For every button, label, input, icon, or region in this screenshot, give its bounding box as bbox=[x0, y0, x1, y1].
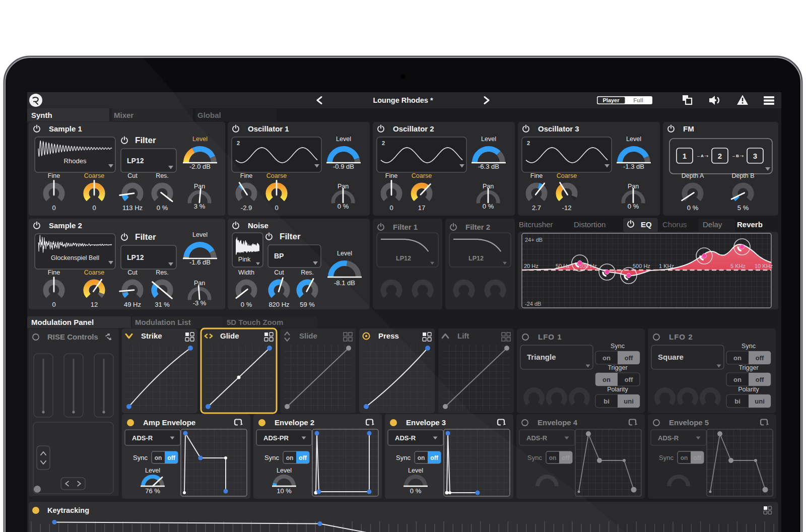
svg-text:LP12: LP12 bbox=[396, 255, 411, 262]
svg-text:–: – bbox=[697, 154, 700, 159]
svg-text:Level: Level bbox=[481, 136, 496, 143]
svg-text:Envelope 4: Envelope 4 bbox=[538, 418, 578, 427]
svg-text:2: 2 bbox=[527, 140, 530, 146]
svg-text:0 %: 0 % bbox=[338, 203, 349, 210]
svg-text:Sync: Sync bbox=[611, 343, 625, 350]
svg-text:3: 3 bbox=[753, 152, 757, 160]
svg-text:ADS-R: ADS-R bbox=[526, 434, 548, 442]
svg-text:Oscillator 2: Oscillator 2 bbox=[393, 124, 434, 133]
svg-text:Fine: Fine bbox=[530, 172, 543, 179]
svg-text:-1.3 dB: -1.3 dB bbox=[623, 163, 644, 170]
svg-text:Filter 1: Filter 1 bbox=[393, 223, 418, 231]
svg-text:Coarse: Coarse bbox=[412, 172, 432, 179]
svg-text:Sync: Sync bbox=[659, 454, 674, 461]
svg-text:Level: Level bbox=[336, 136, 351, 143]
svg-text:5 KHz: 5 KHz bbox=[730, 263, 746, 269]
svg-text:on: on bbox=[602, 376, 611, 383]
svg-text:Delay: Delay bbox=[703, 220, 722, 229]
svg-text:on: on bbox=[681, 454, 688, 461]
svg-text:-0.9 dB: -0.9 dB bbox=[333, 163, 354, 170]
svg-text:Trigger: Trigger bbox=[608, 364, 627, 371]
svg-text:0 %: 0 % bbox=[687, 204, 699, 212]
svg-text:Lift: Lift bbox=[457, 331, 469, 340]
svg-text:Oscillator 1: Oscillator 1 bbox=[248, 124, 289, 133]
svg-text:–: – bbox=[732, 154, 735, 159]
svg-text:LP12: LP12 bbox=[468, 255, 484, 262]
svg-text:off: off bbox=[756, 376, 764, 383]
svg-text:Level: Level bbox=[626, 136, 641, 143]
svg-text:LFO 2: LFO 2 bbox=[669, 332, 693, 341]
svg-text:-24 dB: -24 dB bbox=[525, 301, 541, 307]
svg-text:50 Hz: 50 Hz bbox=[556, 263, 570, 269]
svg-text:Fine: Fine bbox=[385, 172, 397, 179]
svg-text:2: 2 bbox=[718, 152, 722, 160]
svg-text:10 KHz: 10 KHz bbox=[755, 263, 773, 269]
svg-text:Full: Full bbox=[633, 97, 643, 103]
svg-text:0 %: 0 % bbox=[483, 203, 494, 210]
svg-text:20 Hz: 20 Hz bbox=[524, 263, 539, 269]
svg-text:off: off bbox=[625, 376, 633, 383]
svg-text:uni: uni bbox=[624, 397, 634, 405]
svg-text:0 %: 0 % bbox=[628, 203, 639, 210]
svg-text:on: on bbox=[733, 376, 742, 383]
svg-text:➝: ➝ bbox=[740, 153, 744, 159]
svg-text:on: on bbox=[733, 354, 742, 362]
svg-text:B: B bbox=[736, 154, 739, 158]
svg-text:on: on bbox=[602, 354, 611, 362]
svg-text:Depth A: Depth A bbox=[682, 172, 704, 179]
svg-text:Sync: Sync bbox=[742, 343, 756, 350]
svg-text:-12: -12 bbox=[562, 204, 572, 212]
svg-text:off: off bbox=[562, 454, 570, 461]
svg-text:Envelope 5: Envelope 5 bbox=[669, 418, 709, 427]
svg-text:Reverb: Reverb bbox=[737, 220, 763, 229]
svg-text:Lounge Rhodes *: Lounge Rhodes * bbox=[373, 96, 433, 104]
svg-text:Bitcrusher: Bitcrusher bbox=[519, 220, 553, 229]
svg-text:off: off bbox=[693, 454, 701, 461]
svg-text:Polarity: Polarity bbox=[607, 386, 628, 393]
svg-text:2: 2 bbox=[237, 140, 240, 146]
svg-text:A: A bbox=[701, 154, 704, 158]
svg-text:off: off bbox=[625, 354, 633, 362]
svg-text:Filter 2: Filter 2 bbox=[465, 223, 490, 231]
svg-text:2.7: 2.7 bbox=[532, 204, 541, 212]
svg-text:off: off bbox=[756, 354, 764, 362]
svg-text:500 Hz: 500 Hz bbox=[633, 263, 650, 269]
svg-text:Level: Level bbox=[337, 250, 352, 257]
svg-text:17: 17 bbox=[418, 204, 425, 212]
svg-text:Trigger: Trigger bbox=[738, 364, 758, 371]
svg-text:Oscillator 3: Oscillator 3 bbox=[538, 124, 579, 133]
svg-text:Depth B: Depth B bbox=[731, 172, 754, 179]
svg-text:-6.3 dB: -6.3 dB bbox=[478, 163, 499, 170]
svg-text:Distortion: Distortion bbox=[574, 220, 606, 229]
svg-text:2: 2 bbox=[382, 140, 385, 146]
svg-text:uni: uni bbox=[755, 397, 765, 405]
svg-text:Polarity: Polarity bbox=[738, 386, 759, 393]
svg-text:5 %: 5 % bbox=[737, 204, 749, 212]
svg-text:Coarse: Coarse bbox=[266, 172, 287, 179]
svg-text:EQ: EQ bbox=[641, 220, 652, 229]
svg-text:Global: Global bbox=[197, 111, 221, 119]
svg-text:bi: bi bbox=[603, 397, 610, 405]
svg-text:24+ dB: 24+ dB bbox=[525, 237, 543, 243]
svg-text:Triangle: Triangle bbox=[527, 353, 556, 361]
svg-text:Square: Square bbox=[658, 353, 684, 361]
svg-text:ADS-R: ADS-R bbox=[658, 434, 679, 442]
svg-text:➝: ➝ bbox=[704, 153, 708, 159]
svg-text:bi: bi bbox=[734, 397, 741, 405]
svg-text:Player: Player bbox=[602, 97, 620, 103]
svg-text:0: 0 bbox=[275, 204, 278, 212]
svg-text:LFO 1: LFO 1 bbox=[538, 332, 562, 341]
svg-text:0: 0 bbox=[389, 204, 393, 212]
svg-text:on: on bbox=[549, 454, 557, 461]
svg-text:1: 1 bbox=[683, 152, 687, 160]
svg-text:Chorus: Chorus bbox=[662, 220, 687, 229]
svg-text:Coarse: Coarse bbox=[557, 172, 577, 179]
svg-text:1 KHz: 1 KHz bbox=[659, 263, 674, 269]
svg-text:FM: FM bbox=[683, 124, 694, 133]
